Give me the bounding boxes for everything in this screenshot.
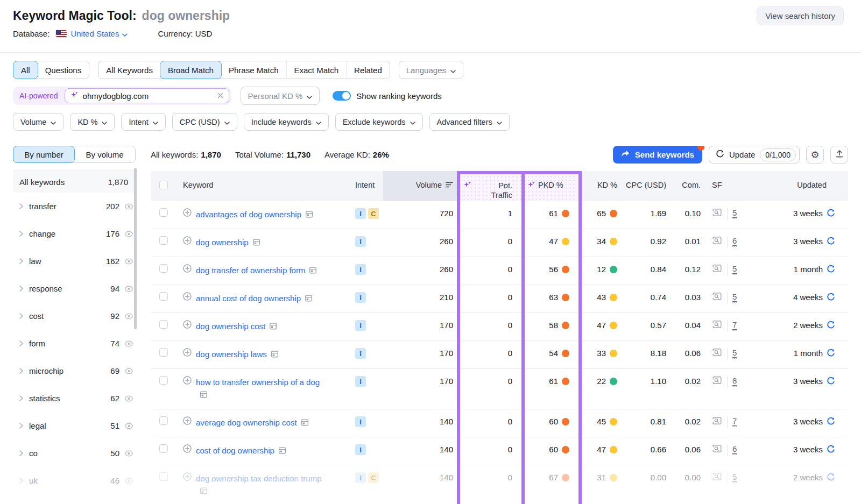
column-header-updated[interactable]: Updated bbox=[748, 171, 839, 201]
tab-broad-match[interactable]: Broad Match bbox=[160, 61, 222, 79]
domain-search-input[interactable]: ohmydogblog.com bbox=[65, 88, 229, 103]
row-checkbox[interactable] bbox=[159, 208, 168, 217]
filter-kd--dropdown[interactable]: KD % bbox=[70, 113, 115, 131]
serp-features-icon[interactable] bbox=[305, 209, 313, 222]
tab-all-keywords[interactable]: All Keywords bbox=[98, 61, 160, 79]
keyword-link[interactable]: dog ownership cost bbox=[196, 320, 277, 333]
column-header-pot-traffic[interactable]: Pot. Traffic bbox=[458, 171, 523, 201]
chevron-right-icon[interactable] bbox=[19, 202, 23, 211]
serp-features-icon[interactable] bbox=[271, 349, 279, 361]
chevron-right-icon[interactable] bbox=[19, 476, 23, 485]
sf-count[interactable]: 7 bbox=[732, 320, 737, 331]
serp-features-icon[interactable] bbox=[200, 486, 208, 498]
column-header-cpc[interactable]: CPC (USD) bbox=[622, 171, 672, 201]
sf-count[interactable]: 5 bbox=[732, 292, 737, 303]
chevron-right-icon[interactable] bbox=[19, 284, 23, 293]
keyword-link[interactable]: dog ownership tax deduction trump bbox=[196, 472, 326, 498]
export-button[interactable] bbox=[830, 146, 848, 164]
serp-preview-icon[interactable] bbox=[712, 292, 722, 302]
keyword-link[interactable]: advantages of dog ownership bbox=[196, 208, 313, 222]
sf-count[interactable]: 7 bbox=[732, 416, 737, 427]
column-header-keyword[interactable]: Keyword bbox=[183, 171, 344, 201]
row-checkbox[interactable] bbox=[159, 236, 168, 245]
sidebar-scrollbar[interactable] bbox=[134, 168, 137, 329]
chevron-right-icon[interactable] bbox=[19, 449, 23, 458]
chevron-right-icon[interactable] bbox=[19, 339, 23, 348]
column-header-com[interactable]: Com. bbox=[672, 171, 705, 201]
row-checkbox[interactable] bbox=[159, 292, 168, 301]
sidebar-group-legal[interactable]: legal51 bbox=[13, 412, 136, 439]
sf-count[interactable]: 8 bbox=[732, 376, 737, 387]
serp-preview-icon[interactable] bbox=[712, 348, 722, 358]
chevron-right-icon[interactable] bbox=[19, 229, 23, 238]
database-select[interactable]: United States bbox=[70, 29, 128, 38]
tab-all[interactable]: All bbox=[13, 61, 38, 79]
add-keyword-icon[interactable] bbox=[183, 444, 192, 455]
column-header-volume[interactable]: Volume bbox=[383, 171, 458, 201]
refresh-metrics-icon[interactable] bbox=[827, 349, 835, 360]
sf-count[interactable]: 5 bbox=[732, 472, 737, 483]
column-header-sf[interactable]: SF bbox=[705, 171, 748, 201]
row-checkbox[interactable] bbox=[159, 472, 168, 481]
keyword-link[interactable]: cost of dog ownership bbox=[196, 444, 286, 458]
refresh-metrics-icon[interactable] bbox=[827, 417, 835, 428]
sidebar-group-transfer[interactable]: transfer202 bbox=[13, 193, 136, 220]
refresh-metrics-icon[interactable] bbox=[827, 445, 835, 456]
languages-dropdown[interactable]: Languages bbox=[399, 61, 463, 79]
table-settings-button[interactable]: ⚙ bbox=[806, 146, 824, 164]
send-keywords-button[interactable]: Send keywords bbox=[613, 146, 702, 164]
chevron-right-icon[interactable] bbox=[19, 366, 23, 375]
eye-icon[interactable] bbox=[124, 450, 133, 457]
refresh-metrics-icon[interactable] bbox=[827, 265, 835, 276]
row-checkbox[interactable] bbox=[159, 320, 168, 329]
eye-icon[interactable] bbox=[124, 340, 133, 347]
serp-features-icon[interactable] bbox=[309, 265, 317, 278]
column-header-pkd[interactable]: PKD % bbox=[523, 171, 577, 201]
sidebar-group-response[interactable]: response94 bbox=[13, 275, 136, 302]
serp-preview-icon[interactable] bbox=[712, 472, 722, 482]
serp-preview-icon[interactable] bbox=[712, 320, 722, 330]
sf-count[interactable]: 6 bbox=[732, 444, 737, 455]
serp-features-icon[interactable] bbox=[269, 321, 277, 333]
keyword-link[interactable]: average dog ownership cost bbox=[196, 416, 309, 430]
sidebar-group-statistics[interactable]: statistics62 bbox=[13, 385, 136, 412]
eye-icon[interactable] bbox=[124, 286, 133, 292]
sidebar-group-uk[interactable]: uk46 bbox=[13, 467, 136, 494]
add-keyword-icon[interactable] bbox=[183, 472, 192, 482]
tab-related[interactable]: Related bbox=[346, 61, 390, 79]
chevron-right-icon[interactable] bbox=[19, 257, 23, 266]
sf-count[interactable]: 6 bbox=[732, 236, 737, 247]
eye-icon[interactable] bbox=[124, 258, 133, 265]
sidebar-group-microchip[interactable]: microchip69 bbox=[13, 357, 136, 385]
row-checkbox[interactable] bbox=[159, 348, 168, 357]
serp-preview-icon[interactable] bbox=[712, 376, 722, 386]
serp-preview-icon[interactable] bbox=[712, 444, 722, 455]
refresh-metrics-icon[interactable] bbox=[827, 321, 835, 332]
serp-features-icon[interactable] bbox=[305, 293, 313, 306]
add-keyword-icon[interactable] bbox=[183, 208, 192, 218]
update-button[interactable]: Update 0/1,000 bbox=[709, 146, 800, 164]
refresh-metrics-icon[interactable] bbox=[827, 237, 835, 248]
sidebar-group-law[interactable]: law162 bbox=[13, 247, 136, 275]
add-keyword-icon[interactable] bbox=[183, 292, 192, 302]
serp-preview-icon[interactable] bbox=[712, 208, 722, 218]
filter-exclude-keywords-dropdown[interactable]: Exclude keywords bbox=[335, 113, 423, 131]
chevron-right-icon[interactable] bbox=[19, 394, 23, 403]
add-keyword-icon[interactable] bbox=[183, 416, 192, 427]
clear-input-icon[interactable] bbox=[217, 91, 223, 101]
add-keyword-icon[interactable] bbox=[183, 348, 192, 358]
sf-count[interactable]: 5 bbox=[732, 208, 737, 219]
all-keywords-row[interactable]: All keywords 1,870 bbox=[13, 171, 136, 193]
chevron-right-icon[interactable] bbox=[19, 421, 23, 430]
select-all-checkbox[interactable] bbox=[159, 181, 168, 189]
eye-icon[interactable] bbox=[124, 368, 133, 374]
keyword-link[interactable]: annual cost of dog ownership bbox=[196, 292, 313, 306]
tab-questions[interactable]: Questions bbox=[38, 61, 89, 79]
eye-icon[interactable] bbox=[124, 395, 133, 402]
eye-icon[interactable] bbox=[124, 231, 133, 237]
sort-by-number-button[interactable]: By number bbox=[13, 146, 75, 163]
keyword-link[interactable]: dog transfer of ownership form bbox=[196, 264, 317, 278]
serp-preview-icon[interactable] bbox=[712, 236, 722, 246]
filter-advanced-filters-dropdown[interactable]: Advanced filters bbox=[429, 113, 510, 131]
refresh-metrics-icon[interactable] bbox=[827, 293, 835, 304]
